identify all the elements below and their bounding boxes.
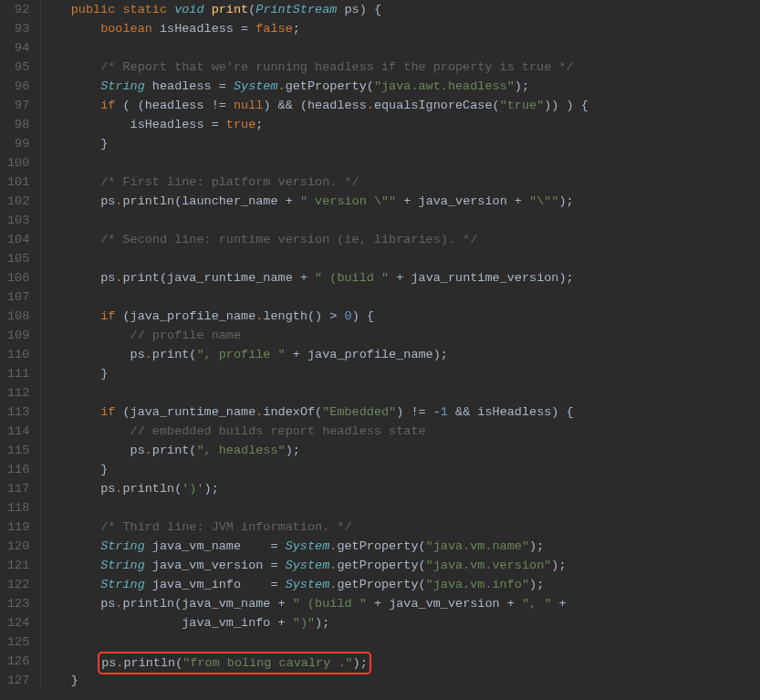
line-number: 100 xyxy=(7,153,29,172)
code-line[interactable] xyxy=(41,383,760,402)
code-line[interactable]: ps.print(", profile " + java_profile_nam… xyxy=(41,345,760,364)
code-line[interactable]: /* Report that we're running headless if… xyxy=(41,57,760,77)
code-line[interactable]: /* Second line: runtime version (ie, lib… xyxy=(41,230,760,249)
line-number: 105 xyxy=(7,249,29,268)
line-number: 94 xyxy=(7,38,29,57)
code-line[interactable] xyxy=(41,287,760,307)
code-line[interactable]: ps.print(java_runtime_name + " (build " … xyxy=(41,268,760,287)
code-line[interactable]: // profile name xyxy=(41,326,760,345)
highlighted-code[interactable]: ps.println("from boling cavalry ."); xyxy=(98,652,371,674)
code-line[interactable]: // embedded builds report headless state xyxy=(41,422,760,441)
code-line[interactable]: String java_vm_name = System.getProperty… xyxy=(41,537,760,556)
line-number: 93 xyxy=(7,19,29,38)
line-number: 101 xyxy=(7,172,29,192)
code-line[interactable]: java_vm_info + ")"); xyxy=(41,613,760,632)
line-number: 111 xyxy=(7,364,29,383)
line-number: 96 xyxy=(7,77,29,96)
line-number: 102 xyxy=(7,192,29,211)
line-number: 110 xyxy=(7,345,29,364)
code-line[interactable]: isHeadless = true; xyxy=(41,115,760,134)
code-line[interactable] xyxy=(41,498,760,517)
line-number: 121 xyxy=(7,556,29,575)
code-line[interactable]: if ( (headless != null) && (headless.equ… xyxy=(41,96,760,115)
code-line[interactable] xyxy=(41,211,760,230)
line-number: 118 xyxy=(7,498,29,517)
code-line[interactable]: String java_vm_info = System.getProperty… xyxy=(41,575,760,594)
line-number: 104 xyxy=(7,230,29,249)
code-line[interactable] xyxy=(41,249,760,268)
line-number: 108 xyxy=(7,307,29,326)
code-line[interactable]: boolean isHeadless = false; xyxy=(41,19,760,38)
line-number: 115 xyxy=(7,441,29,460)
code-line[interactable] xyxy=(41,153,760,172)
line-number: 99 xyxy=(7,134,29,153)
line-number: 119 xyxy=(7,517,29,537)
line-number: 120 xyxy=(7,537,29,556)
line-number: 116 xyxy=(7,460,29,479)
line-number: 95 xyxy=(7,57,29,77)
code-line[interactable] xyxy=(41,38,760,57)
line-number: 92 xyxy=(7,0,29,19)
code-line[interactable]: String headless = System.getProperty("ja… xyxy=(41,77,760,96)
code-line[interactable]: ps.println("from boling cavalry ."); xyxy=(41,652,760,671)
code-line[interactable]: ps.println(java_vm_name + " (build " + j… xyxy=(41,594,760,613)
code-line[interactable]: ps.println(launcher_name + " version \""… xyxy=(41,192,760,211)
code-line[interactable]: /* First line: platform version. */ xyxy=(41,172,760,192)
code-line[interactable]: if (java_profile_name.length() > 0) { xyxy=(41,307,760,326)
line-number: 125 xyxy=(7,632,29,652)
code-editor[interactable]: 9293949596979899100101102103104105106107… xyxy=(0,0,760,690)
code-line[interactable] xyxy=(41,632,760,652)
code-line[interactable]: } xyxy=(41,364,760,383)
line-number: 106 xyxy=(7,268,29,287)
line-number: 112 xyxy=(7,383,29,402)
line-number: 127 xyxy=(7,671,29,690)
line-number: 122 xyxy=(7,575,29,594)
code-line[interactable]: public static void print(PrintStream ps)… xyxy=(41,0,760,19)
code-line[interactable]: } xyxy=(41,134,760,153)
code-line[interactable]: ps.println(')'); xyxy=(41,479,760,498)
code-line[interactable]: String java_vm_version = System.getPrope… xyxy=(41,556,760,575)
code-line[interactable]: ps.print(", headless"); xyxy=(41,441,760,460)
code-line[interactable]: if (java_runtime_name.indexOf("Embedded"… xyxy=(41,402,760,422)
line-number: 98 xyxy=(7,115,29,134)
code-line[interactable]: } xyxy=(41,460,760,479)
line-number-gutter: 9293949596979899100101102103104105106107… xyxy=(0,0,41,690)
line-number: 103 xyxy=(7,211,29,230)
line-number: 126 xyxy=(7,652,29,671)
line-number: 97 xyxy=(7,96,29,115)
line-number: 124 xyxy=(7,613,29,632)
line-number: 114 xyxy=(7,422,29,441)
code-line[interactable]: /* Third line: JVM information. */ xyxy=(41,517,760,537)
line-number: 109 xyxy=(7,326,29,345)
code-content[interactable]: public static void print(PrintStream ps)… xyxy=(41,0,760,690)
line-number: 123 xyxy=(7,594,29,613)
line-number: 117 xyxy=(7,479,29,498)
line-number: 107 xyxy=(7,287,29,307)
line-number: 113 xyxy=(7,402,29,422)
